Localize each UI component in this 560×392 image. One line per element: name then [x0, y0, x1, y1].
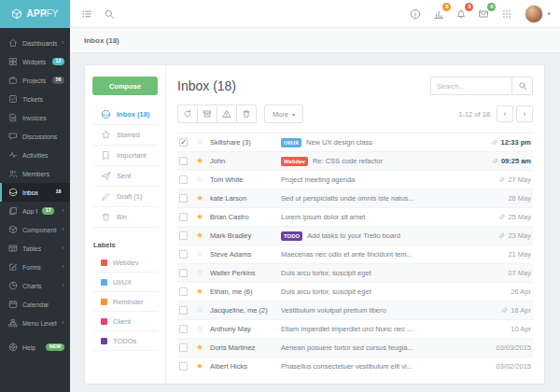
- prev-page-button[interactable]: ‹: [497, 105, 513, 122]
- info-button[interactable]: [404, 0, 427, 28]
- email-row[interactable]: ✓ ☆ Skillshare (3) UI/UX New UX design c…: [177, 133, 533, 151]
- mail-label-todos[interactable]: TODOs: [92, 331, 158, 351]
- star-icon[interactable]: ★: [194, 287, 205, 296]
- apps-grid-button[interactable]: [496, 0, 518, 28]
- email-checkbox[interactable]: [179, 157, 188, 165]
- mail-label-ui-ux[interactable]: UI/UX: [92, 273, 158, 292]
- email-subject: Etiam imperdiet imperdiet orci Nunc nec …: [281, 325, 503, 333]
- email-checkbox[interactable]: [179, 287, 188, 296]
- sidebar-badge: 18: [52, 189, 64, 197]
- sidebar-item-label: Invoices: [22, 115, 47, 121]
- sidebar-item-components[interactable]: Components ‹: [0, 220, 70, 239]
- email-row[interactable]: ☆ Jacqueline, me (2) Vestibulum volutpat…: [177, 301, 533, 319]
- pages-icon: [8, 206, 18, 216]
- email-checkbox[interactable]: [179, 269, 188, 277]
- star-icon[interactable]: ★: [194, 213, 205, 221]
- email-checkbox[interactable]: [179, 306, 188, 315]
- sidebar-item-projects[interactable]: Projects 56: [0, 71, 70, 90]
- sidebar-item-tables[interactable]: Tables ‹: [0, 239, 70, 258]
- email-row[interactable]: ★ kate Larson Sed ut perspiciatis unde o…: [177, 189, 533, 207]
- sidebar-item-forms[interactable]: Forms ‹: [0, 258, 70, 276]
- mail-folder-draft-1[interactable]: Draft (1): [92, 187, 158, 207]
- email-label-badge: Webdev: [281, 157, 308, 166]
- mail-folder-sent[interactable]: Sent: [92, 166, 158, 187]
- star-icon[interactable]: ★: [194, 194, 205, 203]
- email-checkbox[interactable]: [179, 194, 188, 203]
- warning-button[interactable]: [217, 105, 237, 123]
- email-row[interactable]: ☆ Walter Perkins Duis arcu tortor, susci…: [177, 263, 533, 282]
- email-checkbox[interactable]: ✓: [179, 138, 188, 147]
- brand-logo[interactable]: APPIFY: [0, 0, 70, 28]
- top-header: APPIFY 8 3 6 ▾: [0, 0, 560, 28]
- grid-icon: [501, 8, 512, 20]
- star-icon[interactable]: ☆: [194, 250, 205, 259]
- calendar-icon: [8, 300, 18, 309]
- bell-button[interactable]: 3: [450, 0, 472, 28]
- email-checkbox[interactable]: [179, 231, 188, 240]
- sidebar-item-widgets[interactable]: Widgets 12: [0, 52, 70, 71]
- email-checkbox[interactable]: [179, 250, 188, 259]
- email-row[interactable]: ★ Albert Hicks Phasellus consectetuer ve…: [177, 357, 533, 375]
- mail-folder-starred[interactable]: Starred: [92, 125, 158, 146]
- compose-button[interactable]: Compose: [92, 77, 158, 95]
- sidebar-item-activities[interactable]: Activities: [0, 146, 70, 164]
- sidebar-item-menu-levels[interactable]: Menu Levels ‹: [0, 314, 70, 332]
- email-time: 26 Apr: [511, 287, 531, 296]
- search-submit-button[interactable]: [512, 77, 533, 95]
- sidebar-item-tickets[interactable]: Tickets: [0, 90, 70, 108]
- star-icon[interactable]: ☆: [194, 306, 205, 315]
- email-row[interactable]: ★ Brian Castro Lorem ipsum dolor sit ame…: [177, 207, 533, 226]
- star-icon[interactable]: ★: [194, 362, 205, 371]
- email-row[interactable]: ★ Doris Martinez Aenean posuere tortor s…: [177, 338, 533, 357]
- sidebar-item-charts[interactable]: Charts ‹: [0, 276, 70, 295]
- sidebar-item-inbox[interactable]: Inbox 18: [0, 183, 70, 202]
- sidebar-item-help[interactable]: Help NEW: [0, 338, 70, 357]
- refresh-button[interactable]: [177, 105, 198, 123]
- email-checkbox[interactable]: [179, 325, 188, 333]
- user-avatar[interactable]: [525, 5, 543, 23]
- sidebar-item-discussions[interactable]: Discussions: [0, 127, 70, 146]
- search-input[interactable]: [430, 77, 512, 95]
- star-icon[interactable]: ☆: [194, 138, 205, 147]
- email-time: 27 May: [508, 175, 531, 184]
- star-icon[interactable]: ☆: [194, 175, 205, 184]
- mail-folder-inbox-18[interactable]: Inbox (18): [92, 105, 158, 125]
- email-checkbox[interactable]: [179, 175, 188, 184]
- email-row[interactable]: ☆ Steve Adams Maecenas nec odio et ante …: [177, 245, 533, 263]
- sidebar-item-app-pages[interactable]: App Pages 17 ‹: [0, 202, 70, 220]
- sidebar-toggle-button[interactable]: [76, 0, 98, 28]
- chart-button[interactable]: 8: [427, 0, 450, 28]
- email-subject: UI/UX New UX design class: [281, 138, 483, 147]
- mail-label-client[interactable]: Client: [92, 312, 158, 331]
- email-row[interactable]: ★ Mark Bradley TODO Add tasks to your Tr…: [177, 226, 533, 245]
- sidebar-item-dashboards[interactable]: Dashboards ‹: [0, 34, 70, 52]
- email-checkbox[interactable]: [179, 343, 188, 352]
- mail-label-reminder[interactable]: Reminder: [92, 292, 158, 312]
- sidebar-item-calendar[interactable]: Calendar: [0, 295, 70, 314]
- caret-down-icon[interactable]: ▾: [547, 10, 551, 18]
- mail-folder-important[interactable]: Important: [92, 146, 158, 166]
- star-icon[interactable]: ☆: [194, 269, 205, 277]
- sidebar-item-members[interactable]: Members: [0, 164, 70, 183]
- email-row[interactable]: ☆ Anthony May Etiam imperdiet imperdiet …: [177, 319, 533, 338]
- email-meta: 21 May: [508, 250, 531, 259]
- star-icon[interactable]: ★: [194, 157, 205, 165]
- archive-button[interactable]: [197, 105, 217, 123]
- more-dropdown-button[interactable]: More ▾: [264, 105, 303, 123]
- email-row[interactable]: ☆ Tom White Project meeting agenda 27 Ma…: [177, 170, 533, 189]
- email-checkbox[interactable]: [179, 213, 188, 221]
- email-row[interactable]: ★ Ethan, me (6) Duis arcu tortor, suscip…: [177, 282, 533, 301]
- bin-button[interactable]: [236, 105, 257, 123]
- email-checkbox[interactable]: [179, 362, 188, 371]
- mail-folder-bin[interactable]: Bin: [92, 207, 158, 228]
- next-page-button[interactable]: ›: [516, 105, 533, 122]
- label-name: Webdev: [113, 259, 138, 267]
- star-icon[interactable]: ☆: [194, 325, 205, 333]
- email-row[interactable]: ★ John Webdev Re: CSS code refactor 09:2…: [177, 151, 533, 170]
- mail-label-webdev[interactable]: Webdev: [92, 253, 158, 273]
- header-search-button[interactable]: [98, 0, 120, 28]
- star-icon[interactable]: ★: [194, 343, 205, 352]
- mail-button[interactable]: 6: [472, 0, 495, 28]
- sidebar-item-invoices[interactable]: Invoices: [0, 108, 70, 127]
- star-icon[interactable]: ★: [194, 231, 205, 240]
